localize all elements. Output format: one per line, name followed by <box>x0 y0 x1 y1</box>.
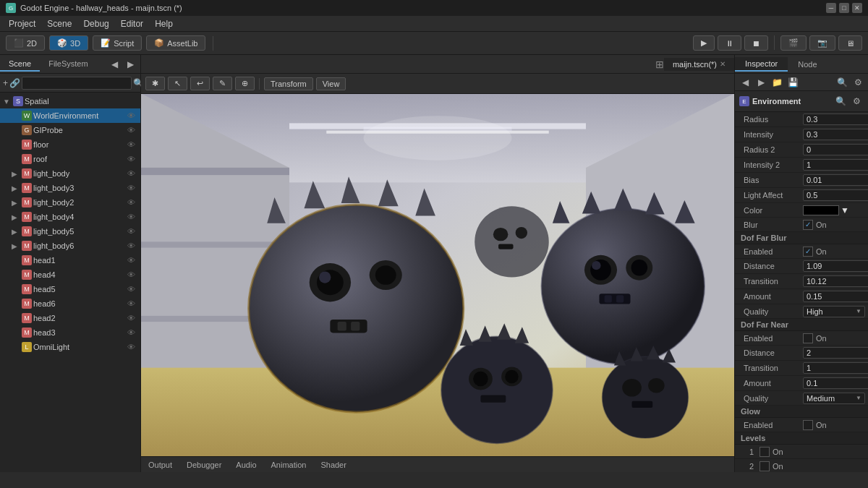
tree-item-head6[interactable]: Mhead6👁 <box>0 296 140 311</box>
tab-inspector[interactable]: Inspector <box>735 57 788 72</box>
history-back-icon[interactable]: ◀ <box>738 75 752 90</box>
menu-help[interactable]: Help <box>149 17 179 30</box>
visibility-eye-icon[interactable]: 👁 <box>127 111 137 120</box>
prop-number-input[interactable] <box>803 174 868 186</box>
visibility-eye-icon[interactable]: 👁 <box>127 343 137 351</box>
prop-number-input[interactable] <box>803 114 868 125</box>
tree-item-light_body[interactable]: ▶Mlight_body👁 <box>0 166 140 181</box>
pause-button[interactable]: ⏸ <box>718 35 741 51</box>
toolbar-3d[interactable]: 🎲 3D <box>49 35 88 51</box>
toolbar-script[interactable]: 📝 Script <box>93 35 142 51</box>
folder-icon[interactable]: 📁 <box>770 75 784 90</box>
tab-filesystem[interactable]: FileSystem <box>40 57 96 72</box>
prop-number-input[interactable] <box>803 189 868 201</box>
prop-dropdown[interactable]: High▼ <box>803 306 865 317</box>
toolbar-2d[interactable]: ⬛ 2D <box>6 35 45 51</box>
visibility-eye-icon[interactable]: 👁 <box>127 126 137 134</box>
checkbox-box[interactable] <box>760 461 770 471</box>
prop-checkbox-box[interactable] <box>803 420 813 430</box>
bottom-tab-animation[interactable]: Animation <box>264 459 314 471</box>
tree-item-head3[interactable]: Mhead3👁 <box>0 325 140 340</box>
tree-item-head5[interactable]: Mhead5👁 <box>0 282 140 296</box>
visibility-eye-icon[interactable]: 👁 <box>127 256 137 265</box>
transform-button[interactable]: Transform <box>264 77 313 90</box>
prop-number-input[interactable] <box>803 275 868 287</box>
close-button[interactable]: ✕ <box>852 3 862 13</box>
visibility-eye-icon[interactable]: 👁 <box>127 169 137 178</box>
visibility-eye-icon[interactable]: 👁 <box>127 241 137 250</box>
prop-number-input[interactable] <box>803 377 868 389</box>
tree-item-light_body3[interactable]: ▶Mlight_body3👁 <box>0 181 140 195</box>
prop-number-input[interactable] <box>803 362 868 374</box>
undo-tool[interactable]: ↩ <box>190 77 210 90</box>
maximize-button[interactable]: □ <box>839 3 849 13</box>
link-icon[interactable]: 🔗 <box>9 76 20 90</box>
visibility-eye-icon[interactable]: 👁 <box>127 270 137 279</box>
visibility-eye-icon[interactable]: 👁 <box>127 184 137 192</box>
prop-number-input[interactable] <box>803 129 868 140</box>
select-tool[interactable]: ✱ <box>145 77 165 90</box>
prop-number-input[interactable] <box>803 291 868 302</box>
stop-button[interactable]: ⏹ <box>744 35 768 51</box>
tree-item-worldenv[interactable]: WWorldEnvironment👁 <box>0 108 140 123</box>
move-tool[interactable]: ↖ <box>168 77 187 90</box>
minimize-button[interactable]: ─ <box>826 3 836 13</box>
search-input[interactable] <box>22 77 132 90</box>
add-tool[interactable]: ⊕ <box>235 77 255 90</box>
bottom-tab-audio[interactable]: Audio <box>229 459 263 471</box>
prop-checkbox-box[interactable] <box>803 333 813 343</box>
tree-item-light_body5[interactable]: ▶Mlight_body5👁 <box>0 224 140 239</box>
menu-scene[interactable]: Scene <box>41 17 77 30</box>
visibility-eye-icon[interactable]: 👁 <box>127 314 137 322</box>
search-inspector-icon[interactable]: 🔍 <box>835 75 849 90</box>
edit-tool[interactable]: ✎ <box>213 77 232 90</box>
maximize-icon[interactable]: ⊞ <box>655 59 664 70</box>
section-settings-icon[interactable]: ⚙ <box>849 94 864 108</box>
visibility-eye-icon[interactable]: 👁 <box>127 213 137 221</box>
visibility-eye-icon[interactable]: 👁 <box>127 299 137 308</box>
history-forward-icon[interactable]: ▶ <box>754 75 768 90</box>
tree-item-light_body4[interactable]: ▶Mlight_body4👁 <box>0 210 140 224</box>
tree-item-head4[interactable]: Mhead4👁 <box>0 267 140 282</box>
visibility-eye-icon[interactable]: 👁 <box>127 140 137 149</box>
visibility-eye-icon[interactable]: 👁 <box>127 155 137 163</box>
settings-icon[interactable]: ⚙ <box>851 75 865 90</box>
bottom-tab-shader[interactable]: Shader <box>313 459 353 471</box>
prop-checkbox-box[interactable]: ✓ <box>803 220 813 230</box>
view-button[interactable]: View <box>316 77 346 90</box>
visibility-eye-icon[interactable]: 👁 <box>127 198 137 207</box>
save-icon[interactable]: 💾 <box>786 75 800 90</box>
menu-project[interactable]: Project <box>3 17 41 30</box>
arrow-left-icon[interactable]: ◀ <box>107 57 122 72</box>
prop-number-input[interactable] <box>803 159 868 171</box>
prop-checkbox-box[interactable]: ✓ <box>803 247 813 257</box>
tree-item-light_body2[interactable]: ▶Mlight_body2👁 <box>0 195 140 210</box>
tree-item-giprobe[interactable]: GGIProbe👁 <box>0 123 140 137</box>
play-button[interactable]: ▶ <box>693 35 715 51</box>
tree-item-light_body6[interactable]: ▶Mlight_body6👁 <box>0 239 140 253</box>
bottom-tab-debugger[interactable]: Debugger <box>179 459 229 471</box>
visibility-eye-icon[interactable]: 👁 <box>127 285 137 294</box>
close-tab-icon[interactable]: ✕ <box>720 60 726 68</box>
tree-item-head1[interactable]: Mhead1👁 <box>0 253 140 267</box>
prop-dropdown[interactable]: Medium▼ <box>803 393 865 404</box>
bottom-tab-output[interactable]: Output <box>141 459 179 471</box>
prop-number-input[interactable] <box>803 260 868 272</box>
add-node-button[interactable]: + <box>3 76 8 90</box>
toolbar-assetlib[interactable]: 📦 AssetLib <box>146 35 205 51</box>
tree-item-spatial[interactable]: ▼SSpatial <box>0 94 140 108</box>
tree-item-head2[interactable]: Mhead2👁 <box>0 311 140 325</box>
movie-button[interactable]: 🎬 <box>780 35 807 51</box>
tab-scene[interactable]: Scene <box>0 57 40 72</box>
viewport-tab-main[interactable]: maijn.tscn(*) ✕ <box>664 58 734 71</box>
environment-section[interactable]: E Environment 🔍 ⚙ <box>735 91 868 112</box>
checkbox-box[interactable] <box>760 447 770 457</box>
section-search-icon[interactable]: 🔍 <box>833 94 848 108</box>
prop-number-input[interactable] <box>803 347 868 359</box>
prop-number-input[interactable] <box>803 144 868 155</box>
prop-color-swatch[interactable] <box>803 205 839 215</box>
visibility-eye-icon[interactable]: 👁 <box>127 227 137 236</box>
tree-item-floor[interactable]: Mfloor👁 <box>0 137 140 152</box>
screenshot-button[interactable]: 📷 <box>809 35 835 51</box>
fullscreen-button[interactable]: 🖥 <box>838 35 862 51</box>
